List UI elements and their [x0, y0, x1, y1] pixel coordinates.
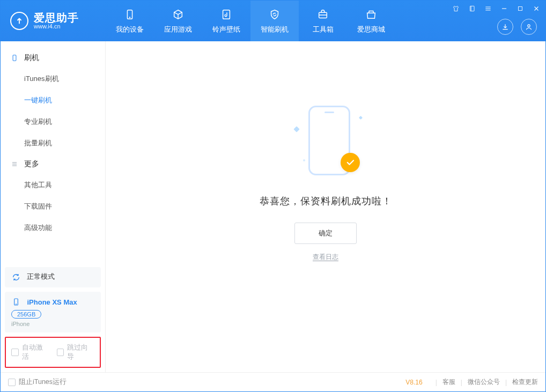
refresh-shield-icon: [268, 8, 282, 21]
device-type: iPhone: [11, 321, 94, 327]
sidebar-section-flash: 刷机: [1, 48, 105, 68]
mode-label: 正常模式: [27, 273, 55, 280]
shop-icon: [364, 8, 378, 21]
success-illustration: [288, 100, 363, 181]
device-name: iPhone XS Max: [27, 298, 77, 306]
header-action-icons: [497, 19, 537, 35]
window-controls: [451, 4, 541, 13]
checkbox-label: 阻止iTunes运行: [19, 378, 67, 387]
sidebar-item-itunes-flash[interactable]: iTunes刷机: [1, 68, 105, 90]
nav-tab-tools[interactable]: 工具箱: [299, 1, 347, 41]
user-icon[interactable]: [521, 19, 537, 35]
mode-card[interactable]: 正常模式: [5, 267, 101, 287]
download-icon[interactable]: [497, 19, 513, 35]
svg-rect-2: [223, 10, 230, 19]
nav-label: 智能刷机: [261, 25, 289, 34]
version-label: V8.16: [405, 379, 422, 386]
success-message: 恭喜您，保资料刷机成功啦！: [260, 195, 392, 208]
status-bar: 阻止iTunes运行 V8.16 | 客服 | 微信公众号 | 检查更新: [1, 372, 545, 391]
view-log-link[interactable]: 查看日志: [313, 253, 338, 262]
nav-label: 应用游戏: [164, 25, 192, 34]
svg-rect-5: [470, 6, 475, 11]
nav-tab-apps[interactable]: 应用游戏: [154, 1, 202, 41]
device-card[interactable]: iPhone XS Max 256GB iPhone: [5, 292, 101, 332]
status-link-support[interactable]: 客服: [442, 378, 455, 387]
checkbox-label: 自动激活: [22, 343, 49, 361]
checkbox-label: 跳过向导: [67, 343, 94, 361]
status-link-wechat[interactable]: 微信公众号: [468, 378, 500, 387]
menu-icon[interactable]: [483, 4, 493, 13]
confirm-button[interactable]: 确定: [294, 223, 357, 244]
cube-icon: [171, 8, 185, 21]
nav-tab-store[interactable]: 爱思商城: [347, 1, 395, 41]
status-link-update[interactable]: 检查更新: [512, 378, 538, 387]
svg-point-9: [16, 304, 17, 305]
sidebar-item-one-click-flash[interactable]: 一键刷机: [1, 90, 105, 111]
nav-label: 工具箱: [313, 25, 334, 34]
nav-tab-device[interactable]: 我的设备: [106, 1, 154, 41]
sidebar-item-pro-flash[interactable]: 专业刷机: [1, 111, 105, 132]
device-icon: [123, 8, 137, 21]
block-itunes-checkbox[interactable]: 阻止iTunes运行: [8, 378, 67, 387]
skip-guide-checkbox[interactable]: 跳过向导: [57, 343, 95, 361]
sidebar-section-more: 更多: [1, 154, 105, 174]
sidebar-item-batch-flash[interactable]: 批量刷机: [1, 132, 105, 154]
title-bar: 爱思助手 www.i4.cn 我的设备 应用游戏 铃声壁纸 智能刷机 工具箱 爱…: [1, 1, 545, 41]
list-icon: [10, 160, 19, 168]
nav-label: 爱思商城: [357, 25, 385, 34]
check-badge-icon: [341, 153, 360, 172]
close-icon[interactable]: [532, 4, 541, 13]
nav-label: 铃声壁纸: [212, 25, 240, 34]
options-highlight-box: 自动激活 跳过向导: [5, 337, 101, 368]
shirt-icon[interactable]: [451, 4, 461, 13]
device-capacity: 256GB: [11, 310, 41, 319]
nav-tab-flash[interactable]: 智能刷机: [250, 1, 299, 41]
sidebar-item-advanced[interactable]: 高级功能: [1, 217, 105, 239]
toolbox-icon: [316, 8, 330, 21]
top-nav: 我的设备 应用游戏 铃声壁纸 智能刷机 工具箱 爱思商城: [106, 1, 395, 41]
sidebar: 刷机 iTunes刷机 一键刷机 专业刷机 批量刷机 更多 其他工具 下载固件 …: [1, 41, 106, 372]
app-logo-area: 爱思助手 www.i4.cn: [1, 1, 106, 41]
sidebar-bottom: 正常模式 iPhone XS Max 256GB iPhone 自动激活 跳过向…: [1, 263, 105, 372]
nav-tab-ringtones[interactable]: 铃声壁纸: [202, 1, 250, 41]
svg-point-1: [129, 17, 130, 18]
section-title: 刷机: [24, 53, 39, 63]
app-title-cn: 爱思助手: [34, 12, 79, 24]
svg-rect-7: [13, 55, 16, 61]
minimize-icon[interactable]: [499, 4, 509, 13]
section-title: 更多: [24, 159, 39, 169]
maximize-icon[interactable]: [515, 4, 525, 13]
phone-outline-icon: [10, 54, 19, 62]
app-logo-icon: [10, 12, 28, 30]
sidebar-item-download-firmware[interactable]: 下载固件: [1, 196, 105, 217]
cycle-icon: [11, 272, 21, 282]
phone-icon: [11, 297, 21, 307]
svg-rect-6: [519, 7, 522, 11]
body: 刷机 iTunes刷机 一键刷机 专业刷机 批量刷机 更多 其他工具 下载固件 …: [1, 41, 545, 372]
notebook-icon[interactable]: [467, 4, 477, 13]
main-content: 恭喜您，保资料刷机成功啦！ 确定 查看日志: [106, 41, 545, 372]
sidebar-item-other-tools[interactable]: 其他工具: [1, 174, 105, 196]
music-file-icon: [219, 8, 233, 21]
nav-label: 我的设备: [116, 25, 144, 34]
auto-activate-checkbox[interactable]: 自动激活: [11, 343, 49, 361]
app-title-en: www.i4.cn: [34, 24, 79, 30]
sidebar-top: 刷机 iTunes刷机 一键刷机 专业刷机 批量刷机 更多 其他工具 下载固件 …: [1, 41, 105, 263]
svg-point-4: [528, 25, 530, 27]
app-title: 爱思助手 www.i4.cn: [34, 12, 79, 30]
